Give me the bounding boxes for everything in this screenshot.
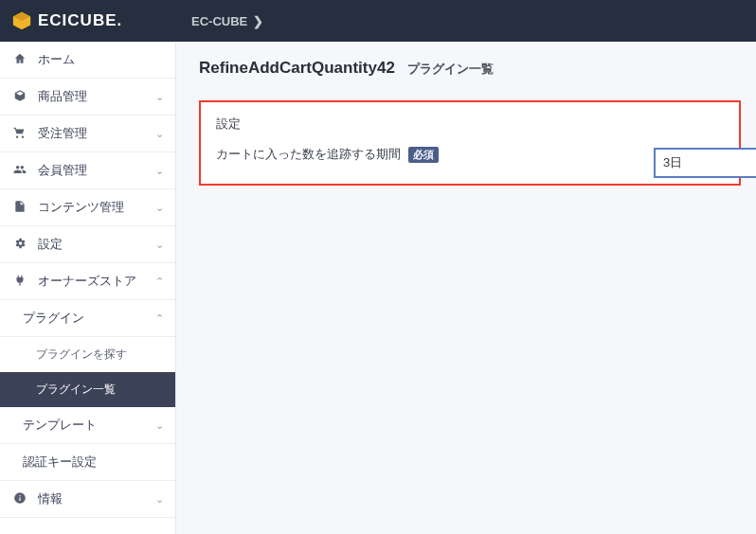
cart-icon xyxy=(11,126,28,142)
sub-authkey[interactable]: 認証キー設定 xyxy=(0,444,175,481)
chevron-down-icon: ⌄ xyxy=(155,128,164,140)
nav-label: ホーム xyxy=(38,51,164,68)
chevron-down-icon: ⌄ xyxy=(155,493,164,506)
chevron-down-icon: ⌄ xyxy=(155,165,164,177)
logo-text: ECICUBE. xyxy=(38,11,122,30)
nav-products[interactable]: 商品管理 ⌄ xyxy=(0,79,175,116)
sub2-plugin-list[interactable]: プラグイン一覧 xyxy=(0,372,175,407)
chevron-up-icon: ⌃ xyxy=(155,312,164,325)
sub-label: 認証キー設定 xyxy=(23,454,164,471)
logo[interactable]: ECICUBE. xyxy=(0,0,176,42)
plug-icon xyxy=(11,274,28,290)
settings-panel: 設定 カートに入った数を追跡する期間 必須 xyxy=(199,100,741,186)
nav-home[interactable]: ホーム xyxy=(0,42,175,79)
nav-label: 情報 xyxy=(38,490,155,507)
sub-plugin[interactable]: プラグイン ⌃ xyxy=(0,300,175,337)
breadcrumb[interactable]: EC-CUBE ❯ xyxy=(191,14,263,28)
nav-owners-store[interactable]: オーナーズストア ⌃ xyxy=(0,263,175,300)
logo-icon xyxy=(11,10,32,31)
gear-icon xyxy=(11,237,28,253)
nav-settings[interactable]: 設定 ⌄ xyxy=(0,226,175,263)
nav-label: 商品管理 xyxy=(38,88,155,105)
home-icon xyxy=(11,52,28,68)
sidebar: ホーム 商品管理 ⌄ 受注管理 ⌄ 会員管理 ⌄ xyxy=(0,42,176,534)
chevron-down-icon: ⌄ xyxy=(155,202,164,214)
chevron-up-icon: ⌃ xyxy=(155,276,164,288)
panel-heading: 設定 xyxy=(216,116,724,133)
field-label: カートに入った数を追跡する期間 xyxy=(216,146,401,163)
breadcrumb-root: EC-CUBE xyxy=(191,14,247,28)
tracking-period-select[interactable] xyxy=(654,148,756,178)
chevron-down-icon: ⌄ xyxy=(155,419,164,432)
nav-info[interactable]: 情報 ⌄ xyxy=(0,481,175,518)
sub2-label: プラグイン一覧 xyxy=(36,382,116,398)
main-content: RefineAddCartQuantity42 プラグイン一覧 設定 カートに入… xyxy=(176,42,756,534)
nav-label: 受注管理 xyxy=(38,125,155,142)
nav-members[interactable]: 会員管理 ⌄ xyxy=(0,152,175,189)
sub-label: テンプレート xyxy=(23,417,155,434)
nav-label: コンテンツ管理 xyxy=(38,199,155,216)
nav-label: オーナーズストア xyxy=(38,273,155,290)
nav-content[interactable]: コンテンツ管理 ⌄ xyxy=(0,189,175,226)
chevron-down-icon: ⌄ xyxy=(155,239,164,251)
nav-label: 設定 xyxy=(38,236,155,253)
page-title: RefineAddCartQuantity42 プラグイン一覧 xyxy=(199,59,741,78)
info-icon xyxy=(11,491,28,507)
sub-template[interactable]: テンプレート ⌄ xyxy=(0,407,175,444)
page-title-sub: プラグイン一覧 xyxy=(407,62,494,76)
file-icon xyxy=(11,200,28,216)
page-title-main: RefineAddCartQuantity42 xyxy=(199,59,395,77)
cube-icon xyxy=(11,89,28,105)
required-badge: 必須 xyxy=(408,147,439,163)
chevron-down-icon: ⌄ xyxy=(155,91,164,103)
nav-orders[interactable]: 受注管理 ⌄ xyxy=(0,116,175,152)
sub2-label: プラグインを探す xyxy=(36,347,127,363)
chevron-right-icon: ❯ xyxy=(253,14,263,28)
users-icon xyxy=(11,163,28,179)
sub2-find-plugin[interactable]: プラグインを探す xyxy=(0,337,175,372)
nav-label: 会員管理 xyxy=(38,162,155,179)
sub-label: プラグイン xyxy=(23,310,155,327)
